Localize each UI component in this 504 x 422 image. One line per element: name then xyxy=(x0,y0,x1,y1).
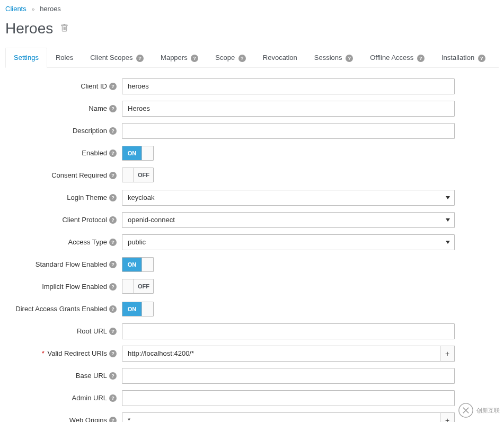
watermark-logo-icon xyxy=(458,403,473,418)
valid-redirect-input[interactable] xyxy=(122,346,440,362)
field-access-type: Access Type? public xyxy=(5,234,499,250)
tab-client-scopes[interactable]: Client Scopes ? xyxy=(82,48,152,68)
standard-flow-toggle[interactable]: ON OFF xyxy=(122,257,154,272)
field-name: Name? xyxy=(5,101,499,117)
field-web-origins: Web Origins? + xyxy=(5,412,499,422)
page-title: Heroes xyxy=(5,20,53,37)
root-url-label: Root URL xyxy=(77,327,107,335)
help-icon[interactable]: ? xyxy=(109,261,117,268)
client-protocol-select[interactable]: openid-connect xyxy=(122,212,455,228)
enabled-toggle[interactable]: ON OFF xyxy=(122,146,154,161)
field-standard-flow: Standard Flow Enabled? ON OFF xyxy=(5,257,499,272)
field-description: Description? xyxy=(5,123,499,139)
breadcrumb: Clients » heroes xyxy=(5,3,499,20)
field-direct-access: Direct Access Grants Enabled? ON OFF xyxy=(5,301,499,317)
web-origins-label: Web Origins xyxy=(69,416,107,422)
help-icon[interactable]: ? xyxy=(109,394,117,402)
web-origins-input[interactable] xyxy=(122,412,440,422)
admin-url-input[interactable] xyxy=(122,390,455,406)
implicit-flow-toggle[interactable]: OFF ON xyxy=(122,279,154,294)
breadcrumb-clients-link[interactable]: Clients xyxy=(5,5,26,13)
tab-settings[interactable]: Settings xyxy=(5,48,47,68)
help-icon[interactable]: ? xyxy=(109,216,117,224)
admin-url-label: Admin URL xyxy=(72,394,107,402)
help-icon[interactable]: ? xyxy=(191,55,198,62)
access-type-select[interactable]: public xyxy=(122,234,455,250)
description-input[interactable] xyxy=(122,123,455,139)
direct-access-toggle[interactable]: ON OFF xyxy=(122,302,154,316)
name-label: Name xyxy=(89,104,107,112)
help-icon[interactable]: ? xyxy=(109,372,117,380)
standard-flow-label: Standard Flow Enabled xyxy=(36,260,107,268)
field-consent-required: Consent Required? OFF ON xyxy=(5,168,499,183)
client-protocol-label: Client Protocol xyxy=(62,216,107,224)
help-icon[interactable]: ? xyxy=(417,55,425,62)
help-icon[interactable]: ? xyxy=(346,55,353,62)
consent-required-label: Consent Required xyxy=(51,171,107,179)
field-implicit-flow: Implicit Flow Enabled? OFF ON xyxy=(5,279,499,295)
breadcrumb-current: heroes xyxy=(40,5,61,13)
help-icon[interactable]: ? xyxy=(109,328,117,335)
help-icon[interactable]: ? xyxy=(109,239,117,246)
enabled-label: Enabled xyxy=(82,149,107,157)
tab-revocation[interactable]: Revocation xyxy=(254,48,306,68)
field-root-url: Root URL? xyxy=(5,323,499,339)
help-icon[interactable]: ? xyxy=(109,305,117,313)
plus-icon: + xyxy=(445,349,449,358)
tab-installation[interactable]: Installation ? xyxy=(433,48,494,68)
tab-offline-access[interactable]: Offline Access ? xyxy=(361,48,433,68)
help-icon[interactable]: ? xyxy=(109,417,117,422)
login-theme-label: Login Theme xyxy=(67,194,107,201)
direct-access-label: Direct Access Grants Enabled xyxy=(15,305,107,313)
consent-required-toggle[interactable]: OFF ON xyxy=(122,168,154,182)
breadcrumb-separator: » xyxy=(31,6,34,12)
root-url-input[interactable] xyxy=(122,323,455,339)
help-icon[interactable]: ? xyxy=(109,127,117,135)
client-id-input[interactable] xyxy=(122,78,455,94)
settings-form: Client ID? Name? Description? Enabled? O… xyxy=(5,78,499,422)
tab-scope[interactable]: Scope ? xyxy=(207,48,254,68)
help-icon[interactable]: ? xyxy=(136,55,144,62)
field-admin-url: Admin URL? xyxy=(5,390,499,406)
field-client-protocol: Client Protocol? openid-connect xyxy=(5,212,499,228)
field-enabled: Enabled? ON OFF xyxy=(5,145,499,161)
tab-roles[interactable]: Roles xyxy=(47,48,82,68)
help-icon[interactable]: ? xyxy=(109,150,117,157)
tab-mappers[interactable]: Mappers ? xyxy=(152,48,207,68)
help-icon[interactable]: ? xyxy=(109,350,117,357)
implicit-flow-label: Implicit Flow Enabled xyxy=(42,283,107,291)
plus-icon: + xyxy=(445,416,449,422)
help-icon[interactable]: ? xyxy=(109,83,117,90)
valid-redirect-label: Valid Redirect URIs xyxy=(48,349,107,357)
base-url-input[interactable] xyxy=(122,368,455,384)
help-icon[interactable]: ? xyxy=(478,55,485,62)
base-url-label: Base URL xyxy=(76,372,107,380)
help-icon[interactable]: ? xyxy=(109,283,117,291)
description-label: Description xyxy=(73,127,107,135)
add-redirect-button[interactable]: + xyxy=(440,346,455,362)
tabs: SettingsRolesClient Scopes ?Mappers ?Sco… xyxy=(5,48,499,68)
tab-sessions[interactable]: Sessions ? xyxy=(306,48,361,68)
name-input[interactable] xyxy=(122,101,455,117)
help-icon[interactable]: ? xyxy=(238,55,246,62)
watermark: 创新互联 xyxy=(458,403,500,418)
page-header: Heroes xyxy=(5,20,499,37)
field-valid-redirect: * Valid Redirect URIs? + xyxy=(5,346,499,362)
login-theme-select[interactable]: keycloak xyxy=(122,190,455,206)
trash-icon[interactable] xyxy=(60,24,68,34)
field-base-url: Base URL? xyxy=(5,368,499,384)
required-indicator: * xyxy=(42,349,45,357)
client-id-label: Client ID xyxy=(81,82,107,90)
field-client-id: Client ID? xyxy=(5,78,499,94)
add-origin-button[interactable]: + xyxy=(440,412,455,422)
help-icon[interactable]: ? xyxy=(109,194,117,201)
field-login-theme: Login Theme? keycloak xyxy=(5,190,499,206)
help-icon[interactable]: ? xyxy=(109,172,117,179)
watermark-text: 创新互联 xyxy=(476,407,500,415)
help-icon[interactable]: ? xyxy=(109,105,117,112)
access-type-label: Access Type xyxy=(68,238,107,246)
